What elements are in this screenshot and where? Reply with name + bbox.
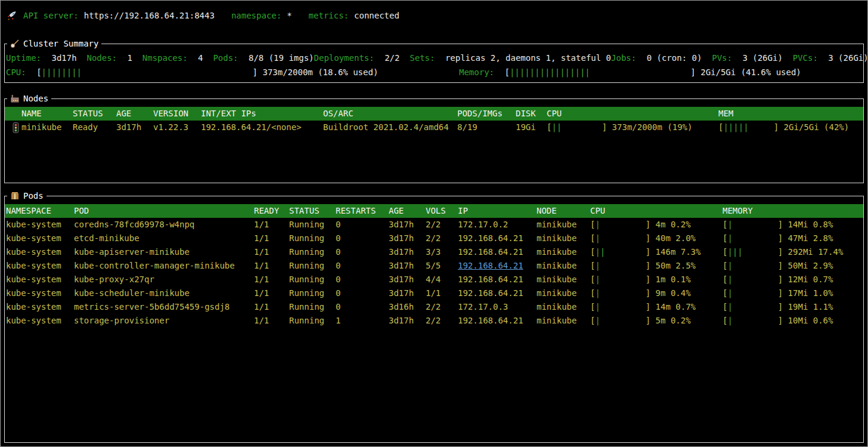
cell-age: 3d17h xyxy=(116,121,153,134)
cell-status: Running xyxy=(289,218,336,232)
cell-age: 3d16h xyxy=(389,300,426,314)
column-header-cpu: CPU xyxy=(547,107,718,121)
column-header-status: STATUS xyxy=(73,107,116,121)
cell-ready: 1/1 xyxy=(254,314,289,328)
cell-vols: 2/2 xyxy=(426,314,458,328)
gauge-label: Memory: xyxy=(459,67,494,77)
package-icon xyxy=(10,191,20,201)
cell-cpu: [| ] 14m 0.7% xyxy=(590,300,723,314)
column-header-os-arc: OS/ARC xyxy=(323,107,457,121)
gauge-bracket-right: ] xyxy=(646,302,656,312)
node-row[interactable]: minikubeReady3d17hv1.22.3192.168.64.21/<… xyxy=(5,121,863,134)
cell-ready: 1/1 xyxy=(254,259,289,273)
gauge-value: 2Gi/5Gi (41.6% used) xyxy=(700,67,801,77)
summary-stat-group: Jobs: 0 (cron: 0) PVs: 3 (26Gi) PVCs: 3 … xyxy=(611,51,868,65)
stat-label: Sets: xyxy=(410,53,435,63)
nodes-panel: Nodes NAMESTATUSAGEVERSIONINT/EXT IPsOS/… xyxy=(4,98,864,183)
pod-row[interactable]: kube-systemkube-apiserver-minikube1/1Run… xyxy=(5,245,863,259)
gauge-bars: | xyxy=(727,302,732,312)
column-header-memory: MEMORY xyxy=(723,204,863,218)
cell-age: 3d17h xyxy=(389,232,426,245)
pod-row[interactable]: kube-systemmetrics-server-5b6dd75459-gsd… xyxy=(5,300,863,314)
gauge-label: CPU: xyxy=(6,67,26,77)
cell-ips: 192.168.64.21/<none> xyxy=(201,121,323,134)
pod-row[interactable]: kube-systemcoredns-78fcd69978-w4npq1/1Ru… xyxy=(5,218,863,232)
cell-namespace: kube-system xyxy=(6,314,74,328)
cell-namespace: kube-system xyxy=(6,259,74,273)
pod-row[interactable]: kube-systemkube-scheduler-minikube1/1Run… xyxy=(5,286,863,300)
cpu-gauge: CPU: [|||||||| ] 373m/2000m (18.6% used) xyxy=(6,65,459,79)
gauge-bracket-right: ] xyxy=(778,302,788,312)
namespace-value[interactable]: * xyxy=(287,11,292,20)
gauge-value: 1m 0.1% xyxy=(656,275,691,284)
gauge-value: 292Mi 17.4% xyxy=(788,247,844,257)
cell-restarts: 0 xyxy=(336,300,389,314)
gauge-bracket-right: ] xyxy=(778,275,788,284)
cell-restarts: 0 xyxy=(336,259,389,273)
ktop-terminal-app: API server: https://192.168.64.21:8443 n… xyxy=(0,0,868,447)
gauge-bracket-right: ] xyxy=(778,261,788,270)
pod-row[interactable]: kube-systemstorage-provisioner1/1Running… xyxy=(5,314,863,328)
pod-memory-gauge: [| ] 17Mi 1.0% xyxy=(723,288,833,298)
cell-cpu: [| ] 1m 0.1% xyxy=(590,273,723,286)
gauge-bars: | xyxy=(595,275,600,284)
stat-value: 2/2 xyxy=(385,53,399,63)
pods-header-row: NAMESPACEPODREADYSTATUSRESTARTSAGEVOLSIP… xyxy=(5,204,863,218)
cell-memory: [| ] 12Mi 0.7% xyxy=(723,273,863,286)
stat-value: 3 (26Gi) xyxy=(828,53,868,63)
cell-node: minikube xyxy=(537,232,590,245)
cell-memory: [| ] 17Mi 1.0% xyxy=(723,286,863,300)
pod-memory-gauge: [||| ] 292Mi 17.4% xyxy=(723,247,843,257)
api-server-label: API server: xyxy=(23,11,79,20)
cell-node: minikube xyxy=(537,218,590,232)
cell-restarts: 0 xyxy=(336,232,389,245)
cell-disk: 19Gi xyxy=(516,121,547,134)
cell-ip[interactable]: 192.168.64.21 xyxy=(458,259,537,273)
cell-restarts: 0 xyxy=(336,273,389,286)
gauge-bracket-right: ] xyxy=(602,122,612,132)
pod-row[interactable]: kube-systemetcd-minikube1/1Running03d17h… xyxy=(5,232,863,245)
gauge-value: 40m 2.0% xyxy=(656,233,696,243)
cell-version: v1.22.3 xyxy=(153,121,201,134)
stat-label: Pods: xyxy=(213,53,238,63)
gauge-bars: | xyxy=(595,261,600,270)
cell-node: minikube xyxy=(537,314,590,328)
gauge-bars: | xyxy=(595,220,600,229)
cell-status: Running xyxy=(289,314,336,328)
pods-panel-title: Pods xyxy=(7,189,46,202)
cell-memory: [| ] 14Mi 0.8% xyxy=(723,218,863,232)
stat-value: 3d17h xyxy=(51,53,76,63)
pod-row[interactable]: kube-systemkube-controller-manager-minik… xyxy=(5,259,863,273)
cell-memory: [| ] 50Mi 2.9% xyxy=(723,259,863,273)
pod-memory-gauge: [| ] 50Mi 2.9% xyxy=(723,261,833,270)
api-status-bar: API server: https://192.168.64.21:8443 n… xyxy=(7,3,863,28)
column-header-spacer xyxy=(10,107,21,121)
panel-title-text: Pods xyxy=(23,191,44,201)
cell-cpu: [| ] 40m 2.0% xyxy=(590,232,723,245)
cluster-summary-panel: Cluster Summary Uptime: 3d17h Nodes: 1 N… xyxy=(4,44,864,83)
cell-ready: 1/1 xyxy=(254,286,289,300)
stat-label: Nmspaces: xyxy=(142,53,188,63)
panel-title-text: Cluster Summary xyxy=(23,39,98,48)
gauge-bars: || xyxy=(595,247,605,257)
summary-stats-line: Uptime: 3d17h Nodes: 1 Nmspaces: 4 Pods:… xyxy=(6,51,861,65)
gauge-bracket-right: ] xyxy=(778,220,788,229)
gauge-bars: | xyxy=(595,233,600,243)
pod-memory-gauge: [| ] 47Mi 2.8% xyxy=(723,233,833,243)
gauge-value: 14Mi 0.8% xyxy=(788,220,833,229)
column-header-age: AGE xyxy=(389,204,426,218)
cell-ip: 192.168.64.21 xyxy=(458,286,537,300)
pod-row[interactable]: kube-systemkube-proxy-x27qr1/1Running03d… xyxy=(5,273,863,286)
gauge-bracket-right: ] xyxy=(778,247,788,257)
stat-label: PVs: xyxy=(712,53,732,63)
pod-memory-gauge: [| ] 12Mi 0.7% xyxy=(723,275,833,284)
summary-gauges-line: CPU: [|||||||| ] 373m/2000m (18.6% used)… xyxy=(6,65,861,79)
gauge-bars: | xyxy=(727,261,732,270)
panel-title-text: Nodes xyxy=(23,94,48,103)
cell-node: minikube xyxy=(537,245,590,259)
column-header-restarts: RESTARTS xyxy=(336,204,389,218)
column-header-version: VERSION xyxy=(153,107,201,121)
gauge-bracket-left: [ xyxy=(36,67,41,77)
column-header-ip: IP xyxy=(458,204,537,218)
column-header-disk: DISK xyxy=(516,107,547,121)
